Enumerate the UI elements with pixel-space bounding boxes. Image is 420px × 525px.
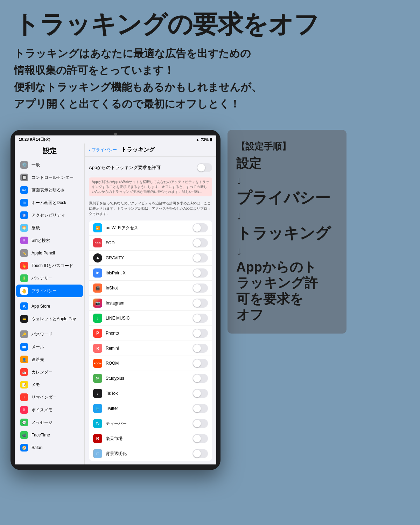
sidebar-item-touchid[interactable]: 👆 Touch IDとパスコード	[16, 259, 83, 272]
sidebar-item-notes[interactable]: 📝 メモ	[16, 378, 83, 391]
app-toggle-tver[interactable]	[192, 419, 208, 428]
app-toggle-instagram[interactable]	[192, 299, 208, 308]
setup-arrow1: ↓	[236, 172, 338, 189]
app-toggle-remini[interactable]	[192, 344, 208, 353]
app-icon-auwifi: 📶	[93, 223, 102, 232]
ipad-wrapper: 19:28 9月14日(火) ▲ 73% ▮ 設定 ⚙️	[10, 130, 220, 470]
header-section: トラッキングの要求をオフ トラッキングはあなたに最適な広告を出すための 情報収集…	[0, 0, 420, 119]
home-icon: ⊞	[20, 199, 28, 206]
sidebar-label-wallet: ウォレットとApple Pay	[31, 316, 76, 322]
app-toggle-bgtransparent[interactable]	[192, 449, 208, 458]
app-toggle-twitter[interactable]	[192, 404, 208, 413]
sidebar-label-siri: Siriと検索	[31, 238, 50, 244]
app-toggle-linemusic[interactable]	[192, 314, 208, 323]
sidebar-label-mail: メール	[31, 344, 44, 350]
app-icon-remini: R	[93, 344, 102, 353]
app-toggle-ibis[interactable]	[192, 268, 208, 278]
sidebar-item-applepencil[interactable]: ✏️ Apple Pencil	[16, 247, 83, 259]
sidebar-item-control[interactable]: 🔲 コントロールセンター	[16, 171, 83, 184]
app-toggle-rakuten[interactable]	[192, 434, 208, 443]
app-icon-tiktok: ♪	[93, 389, 102, 398]
sidebar-label-wallpaper: 壁紙	[31, 225, 40, 231]
app-info: □ 背景透明化	[93, 449, 127, 458]
sidebar-item-display[interactable]: AA 画面表示と明るさ	[16, 184, 83, 196]
sidebar-item-mail[interactable]: ✉️ メール	[16, 341, 83, 353]
subtitle-line3: 便利なトラッキング機能もあるかもしれませんが、	[14, 81, 262, 93]
app-name-twitter: Twitter	[106, 406, 118, 411]
sidebar-label-contacts: 連絡先	[31, 357, 44, 363]
sidebar-label-battery: バッテリー	[31, 275, 52, 281]
sidebar-item-wallpaper[interactable]: 🌅 壁紙	[16, 222, 83, 234]
subtitle-line2: 情報収集の許可をとっています！	[14, 64, 174, 76]
app-icon-room: ROOM	[93, 359, 102, 368]
list-item: P Phonto	[89, 326, 212, 341]
sidebar-item-contacts[interactable]: 👤 連絡先	[16, 353, 83, 366]
sidebar-item-battery[interactable]: 🔋 バッテリー	[16, 272, 83, 285]
safari-icon: 🧭	[20, 444, 28, 451]
app-info: iP ibisPaint X	[93, 268, 126, 278]
app-toggle-phonto[interactable]	[192, 329, 208, 338]
siri-icon: 🎙	[20, 237, 28, 244]
battery-icon: ▮	[210, 137, 212, 142]
sidebar-item-calendar[interactable]: 📅 カレンダー	[16, 366, 83, 378]
app-name-gravity: GRAVITY	[106, 255, 124, 260]
sidebar-item-appstore[interactable]: A App Store	[16, 300, 83, 313]
app-toggle-studyplus[interactable]	[192, 374, 208, 383]
sidebar-label-password: パスワード	[31, 331, 52, 337]
app-icon-linemusic: ♪	[93, 314, 102, 323]
sidebar-item-general[interactable]: ⚙️ 一般	[16, 159, 83, 171]
app-info: FOD FOD	[93, 238, 114, 247]
app-info: 🐦 Twitter	[93, 404, 118, 413]
sidebar-label-voicememo: ボイスメモ	[31, 407, 52, 413]
app-name-auwifi: au Wi-Fiアクセス	[106, 225, 138, 231]
sidebar-item-access[interactable]: ♿ アクセシビリティ	[16, 209, 83, 222]
app-toggle-tiktok[interactable]	[192, 389, 208, 398]
nav-back-chevron[interactable]: ‹	[89, 147, 90, 153]
app-toggle-gravity[interactable]	[192, 253, 208, 262]
panel-nav: ‹ プライバシー トラッキング	[85, 144, 216, 157]
tracking-main-panel: ‹ プライバシー トラッキング Appからのトラッキング要求を許可 Appが別社…	[85, 144, 216, 464]
wifi-icon: ▲	[196, 138, 200, 142]
nav-back-label[interactable]: プライバシー	[92, 147, 117, 153]
battery-text: 73%	[201, 138, 209, 142]
app-info: R 楽天市場	[93, 434, 122, 443]
app-toggle-inshot[interactable]	[192, 284, 208, 293]
setup-arrow2: ↓	[236, 207, 338, 224]
sidebar-label-safari: Safari	[31, 445, 42, 450]
app-name-inshot: InShot	[106, 286, 118, 290]
app-info: 📶 au Wi-Fiアクセス	[93, 223, 138, 232]
sidebar-label-facetime: FaceTime	[31, 433, 50, 438]
sidebar-item-privacy[interactable]: 🤚 プライバシー	[16, 285, 83, 297]
app-icon-instagram: 📷	[93, 299, 102, 308]
sidebar-item-voicememo[interactable]: 🎙 ボイスメモ	[16, 404, 83, 416]
sidebar-item-password[interactable]: 🔑 パスワード	[16, 328, 83, 341]
list-item: Tv ティーバー	[89, 416, 212, 431]
sidebar-item-facetime[interactable]: 📹 FaceTime	[16, 429, 83, 441]
sidebar-item-home[interactable]: ⊞ ホーム画面とDock	[16, 196, 83, 209]
app-name-ibis: ibisPaint X	[106, 271, 126, 275]
list-item: □ 背景透明化	[89, 446, 212, 461]
list-item: ♪ LINE MUSIC	[89, 311, 212, 326]
password-icon: 🔑	[20, 330, 28, 338]
tracking-toggle-switch[interactable]	[197, 163, 212, 172]
app-name-phonto: Phonto	[106, 331, 119, 336]
sidebar-item-reminders[interactable]: ⋮ リマインダー	[16, 391, 83, 404]
list-item: 🎬 InShot	[89, 281, 212, 296]
app-name-tver: ティーバー	[106, 421, 127, 427]
tracking-desc1: Appが別社のAppやWebサイトを横断してあなたのアクティビティをトラッキング…	[89, 177, 212, 196]
app-toggle-fod[interactable]	[192, 238, 208, 247]
list-item: FOD FOD	[89, 236, 212, 251]
app-toggle-room[interactable]	[192, 359, 208, 368]
sidebar-item-siri[interactable]: 🎙 Siriと検索	[16, 234, 83, 247]
app-name-instagram: Instagram	[106, 301, 124, 306]
sidebar-item-wallet[interactable]: 💳 ウォレットとApple Pay	[16, 313, 83, 325]
main-title: トラッキングの要求をオフ	[14, 10, 406, 38]
applepencil-icon: ✏️	[20, 249, 28, 257]
list-item: ● GRAVITY	[89, 251, 212, 266]
app-toggle-auwifi[interactable]	[192, 223, 208, 232]
app-name-tiktok: TikTok	[106, 391, 118, 396]
app-name-studyplus: Studyplus	[106, 376, 124, 381]
app-name-rakuten: 楽天市場	[106, 436, 122, 442]
sidebar-item-messages[interactable]: 💬 メッセージ	[16, 416, 83, 429]
sidebar-item-safari[interactable]: 🧭 Safari	[16, 441, 83, 454]
